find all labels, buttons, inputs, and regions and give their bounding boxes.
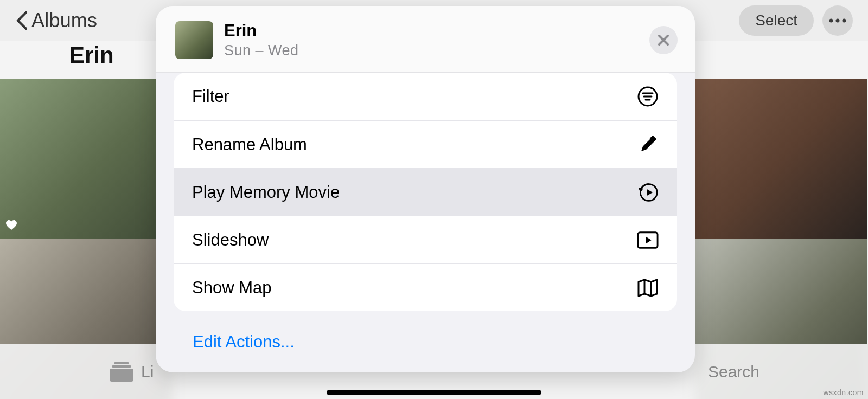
edit-actions-button[interactable]: Edit Actions... xyxy=(156,315,695,372)
page-title: Erin xyxy=(69,42,114,68)
svg-point-2 xyxy=(843,19,846,23)
menu-item-slideshow[interactable]: Slideshow xyxy=(174,216,677,263)
menu-item-filter[interactable]: Filter xyxy=(174,73,677,120)
menu-item-label: Show Map xyxy=(192,278,271,298)
close-button[interactable] xyxy=(649,26,678,54)
menu-item-rename[interactable]: Rename Album xyxy=(174,120,677,168)
ellipsis-icon xyxy=(829,18,846,23)
menu-item-label: Play Memory Movie xyxy=(192,183,340,202)
photo-thumbnail[interactable] xyxy=(0,79,173,239)
photo-thumbnail[interactable] xyxy=(694,79,867,239)
action-sheet: Erin Sun – Wed Filter Rename Album Play … xyxy=(156,6,695,372)
attribution-text: wsxdn.com xyxy=(823,388,864,397)
sheet-subtitle: Sun – Wed xyxy=(224,42,299,59)
memory-movie-icon xyxy=(637,182,659,203)
menu-item-play-memory[interactable]: Play Memory Movie xyxy=(174,168,677,216)
sheet-header: Erin Sun – Wed xyxy=(156,6,695,73)
tab-search-label: Search xyxy=(708,363,760,381)
menu-item-label: Slideshow xyxy=(192,230,269,250)
map-icon xyxy=(637,277,659,299)
sheet-title: Erin xyxy=(224,21,299,41)
sheet-thumbnail xyxy=(175,21,213,59)
tab-search[interactable]: Search xyxy=(708,363,760,381)
select-button-label: Select xyxy=(755,12,797,29)
home-indicator[interactable] xyxy=(327,390,541,395)
back-button-label[interactable]: Albums xyxy=(31,9,97,32)
favorite-heart-icon xyxy=(5,220,17,231)
select-button[interactable]: Select xyxy=(739,5,814,36)
menu-item-label: Filter xyxy=(192,87,229,106)
tab-library-label: Li xyxy=(141,363,154,381)
svg-point-0 xyxy=(829,19,833,23)
back-chevron-icon[interactable] xyxy=(15,11,27,30)
pencil-icon xyxy=(637,134,659,156)
more-button[interactable] xyxy=(822,5,853,36)
menu-group: Filter Rename Album Play Memory Movie Sl… xyxy=(174,73,677,311)
svg-rect-3 xyxy=(114,362,129,364)
slideshow-icon xyxy=(637,229,659,251)
tab-library[interactable]: Li xyxy=(108,361,154,383)
menu-item-label: Rename Album xyxy=(192,135,307,155)
filter-icon xyxy=(637,86,659,107)
svg-rect-5 xyxy=(110,369,133,382)
menu-item-show-map[interactable]: Show Map xyxy=(174,263,677,311)
close-icon xyxy=(658,34,669,46)
library-icon xyxy=(108,361,135,383)
svg-rect-4 xyxy=(112,365,131,368)
svg-point-1 xyxy=(836,19,840,23)
